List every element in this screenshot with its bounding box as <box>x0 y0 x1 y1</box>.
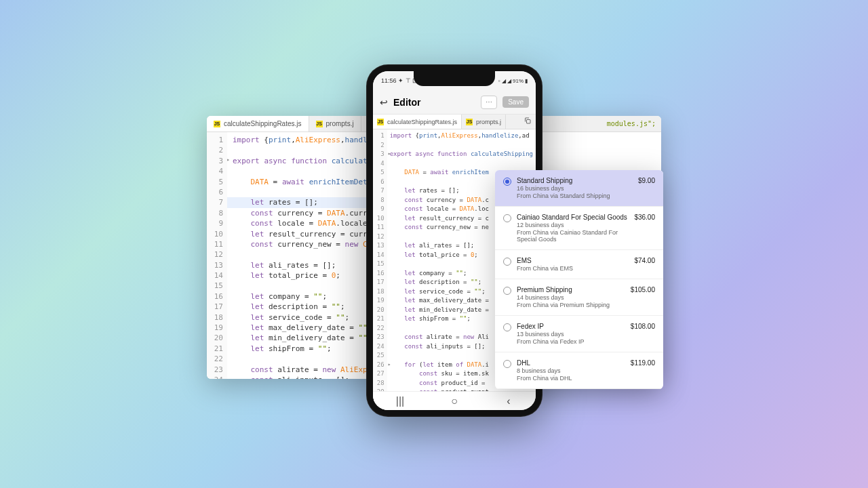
shipping-option[interactable]: EMS From China via EMS $74.00 <box>495 250 663 279</box>
editor-header: ↩ Editor ⋯ Save <box>373 90 536 115</box>
shipping-name: DHL <box>517 359 625 367</box>
back-icon[interactable]: ↩ <box>380 97 388 108</box>
shipping-name: Premium Shipping <box>517 286 625 293</box>
shipping-from: From China via Cainiao Standard For Spec… <box>517 229 629 243</box>
shipping-days: 8 business days <box>517 367 625 374</box>
shipping-option[interactable]: Premium Shipping 14 business days From C… <box>495 279 663 316</box>
shipping-days: 12 business days <box>517 222 629 228</box>
shipping-from: From China via Premium Shipping <box>517 302 625 308</box>
radio-icon <box>503 258 511 266</box>
more-button[interactable]: ⋯ <box>481 96 497 109</box>
radio-icon <box>503 323 511 331</box>
tab-label: prompts.j <box>476 119 501 125</box>
battery-icon: ▮ <box>525 78 528 84</box>
shipping-from: From China via EMS <box>517 265 629 272</box>
back-button[interactable]: ‹ <box>502 395 515 407</box>
shipping-from: From China via DHL <box>517 375 625 382</box>
tab-label: prompts.j <box>326 120 354 127</box>
status-right: ▫ ◢ ◢ 91% ▮ <box>498 78 528 84</box>
js-file-icon: JS <box>316 121 323 127</box>
editor-title: Editor <box>393 97 475 108</box>
shipping-name: EMS <box>517 257 629 264</box>
radio-icon <box>503 178 511 186</box>
shipping-price: $119.00 <box>631 359 655 367</box>
svg-rect-0 <box>527 120 531 124</box>
shipping-price: $74.00 <box>634 257 655 264</box>
shipping-name: Fedex IP <box>517 323 625 330</box>
shipping-option[interactable]: Fedex IP 13 business days From China via… <box>495 316 663 352</box>
android-nav-bar: ||| ○ ‹ <box>373 391 536 410</box>
shipping-option[interactable]: DHL 8 business days From China via DHL $… <box>495 352 663 389</box>
shipping-name: Cainiao Standard For Special Goods <box>517 214 629 221</box>
copy-icon[interactable] <box>519 115 536 129</box>
code-fragment: modules.js"; <box>607 120 661 127</box>
phone-tab-bar: JS calculateShippingRates.js JS prompts.… <box>373 115 536 129</box>
shipping-option[interactable]: Standard Shipping 16 business days From … <box>495 170 663 207</box>
shipping-days: 14 business days <box>517 294 625 301</box>
line-gutter: 1234567891011121314151617181920212223242… <box>207 132 227 379</box>
shipping-rates-popup: Standard Shipping 16 business days From … <box>495 170 663 389</box>
js-file-icon: JS <box>214 121 220 127</box>
battery-text: 91% <box>513 78 524 84</box>
phone-tab-active[interactable]: JS calculateShippingRates.js <box>373 115 462 129</box>
home-button[interactable]: ○ <box>448 395 460 407</box>
shipping-days: 16 business days <box>517 185 633 192</box>
signal-icon: ▫ ◢ ◢ <box>498 78 511 84</box>
shipping-days: 13 business days <box>517 331 625 338</box>
shipping-price: $9.00 <box>638 177 655 184</box>
tab-label: calculateShippingRates.js <box>224 120 302 127</box>
shipping-from: From China via Standard Shipping <box>517 192 633 199</box>
js-file-icon: JS <box>466 119 473 125</box>
recents-button[interactable]: ||| <box>394 395 406 407</box>
shipping-price: $36.00 <box>634 214 655 221</box>
desktop-tab-inactive[interactable]: JS prompts.j <box>309 116 361 131</box>
desktop-tab-active[interactable]: JS calculateShippingRates.js <box>207 116 309 131</box>
shipping-price: $108.00 <box>631 323 655 330</box>
radio-icon <box>503 287 511 295</box>
shipping-from: From China via Fedex IP <box>517 338 625 345</box>
shipping-price: $105.00 <box>631 286 655 293</box>
phone-notch <box>414 71 495 86</box>
radio-icon <box>503 214 511 222</box>
shipping-option[interactable]: Cainiao Standard For Special Goods 12 bu… <box>495 207 663 250</box>
js-file-icon: JS <box>377 119 384 125</box>
phone-tab-inactive[interactable]: JS prompts.j <box>462 115 506 129</box>
tab-label: calculateShippingRates.js <box>387 119 457 125</box>
radio-icon <box>503 360 511 368</box>
line-gutter: 1234567891011121314151617181920212223242… <box>373 129 387 410</box>
save-button[interactable]: Save <box>502 96 529 108</box>
shipping-name: Standard Shipping <box>517 177 633 184</box>
